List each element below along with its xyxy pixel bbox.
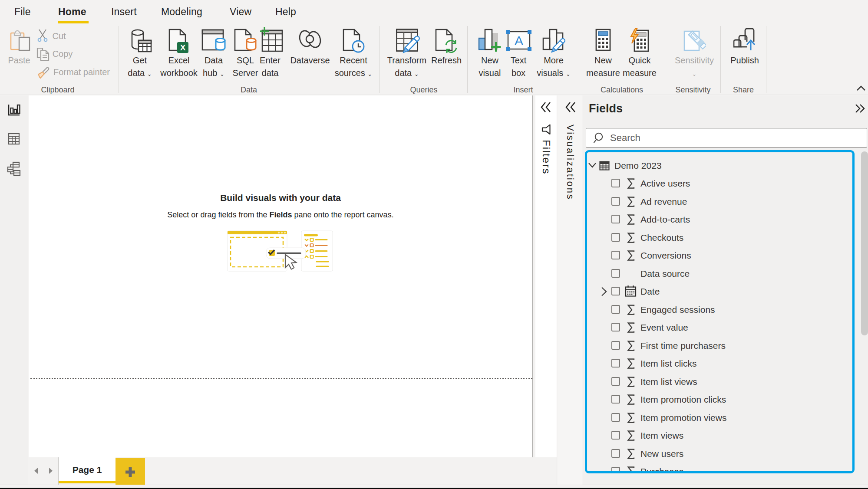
svg-text:X: X [180,43,186,52]
svg-text:A: A [515,33,523,48]
